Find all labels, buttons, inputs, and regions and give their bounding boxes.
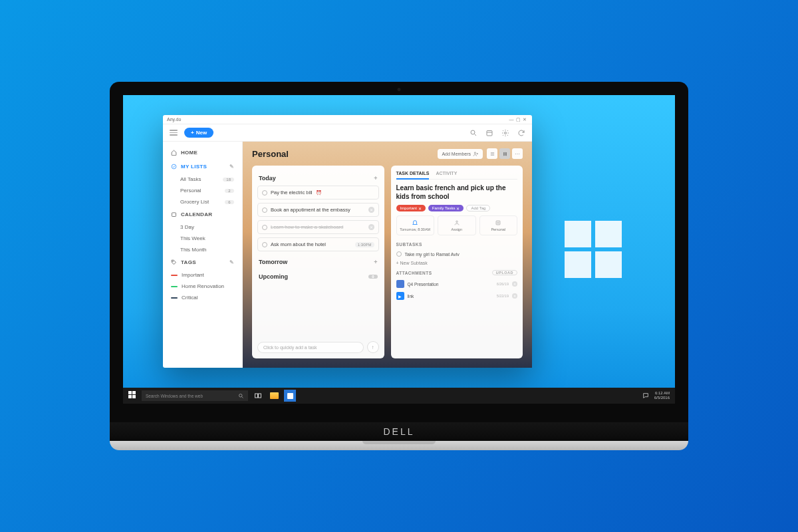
add-tag-button[interactable]: Add Tag: [466, 205, 490, 211]
calendar-small-icon: [171, 211, 177, 217]
window-minimize[interactable]: —: [508, 117, 515, 122]
subtask-checkbox[interactable]: [396, 251, 402, 257]
task-row[interactable]: Book an appotiment at the embassy✕: [257, 203, 379, 217]
laptop-hinge: DELL: [110, 422, 688, 441]
subtasks-heading: SUBTASKS: [396, 242, 518, 247]
sidebar-cal-3day[interactable]: 3 Day: [163, 221, 242, 233]
taskbar-search[interactable]: Search Windows and the web: [142, 390, 248, 401]
add-subtask-button[interactable]: + New Subtask: [396, 259, 518, 267]
list-icon: [495, 219, 501, 226]
hamburger-icon[interactable]: [170, 130, 178, 136]
add-task-icon[interactable]: +: [374, 259, 377, 265]
new-button[interactable]: + New: [184, 128, 213, 138]
sidebar-item-personal[interactable]: Personal2: [163, 185, 242, 196]
remove-icon[interactable]: ✕: [368, 224, 374, 230]
app-window: Any.do — ▢ ✕ + New: [163, 115, 532, 368]
start-button[interactable]: [128, 391, 138, 400]
remove-icon[interactable]: ✕: [512, 293, 517, 299]
plus-icon: +: [191, 130, 194, 136]
group-tomorrow[interactable]: Tomorrow +: [257, 255, 379, 269]
tag-pill-important[interactable]: Important✕: [396, 205, 426, 211]
list-button[interactable]: Personal: [479, 215, 518, 235]
remove-icon[interactable]: ✕: [368, 207, 374, 213]
tag-icon: [171, 259, 177, 265]
settings-icon[interactable]: [501, 129, 509, 137]
group-upcoming[interactable]: Upcoming 0: [257, 269, 379, 284]
task-checkbox[interactable]: [262, 225, 267, 230]
svg-rect-2: [487, 130, 492, 136]
windows-taskbar: Search Windows and the web 6:12 AM 6/5/2…: [123, 388, 675, 404]
pencil-icon[interactable]: ✎: [229, 259, 234, 265]
screen-bezel: Any.do — ▢ ✕ + New: [110, 82, 688, 422]
tag-color-icon: [171, 297, 178, 299]
calendar-icon[interactable]: [485, 129, 493, 137]
task-row[interactable]: Ask mom about the hotel1:30PM: [257, 237, 379, 251]
camera-dot: [398, 88, 401, 91]
sidebar-home[interactable]: HOME: [163, 146, 242, 160]
svg-point-4: [505, 132, 507, 134]
task-detail-panel: TASK DETAILS ACTIVITY Learn basic french…: [391, 166, 523, 358]
svg-rect-16: [496, 221, 500, 225]
taskbar-clock[interactable]: 6:12 AM 6/5/2016: [654, 391, 670, 400]
user-icon: [454, 219, 460, 226]
page-title: Personal: [252, 149, 289, 159]
window-close[interactable]: ✕: [521, 117, 528, 122]
tab-activity[interactable]: ACTIVITY: [436, 171, 457, 176]
content-area: Personal Add Members ⋯: [243, 142, 532, 368]
svg-line-20: [242, 396, 243, 398]
sidebar-item-grocery[interactable]: Grocery List6: [163, 196, 242, 207]
search-icon[interactable]: [469, 129, 477, 137]
sidebar-cal-week[interactable]: This Week: [163, 233, 242, 244]
sidebar-cal-month[interactable]: This Month: [163, 244, 242, 255]
tag-color-icon: [171, 275, 178, 276]
remove-tag-icon[interactable]: ✕: [418, 206, 422, 211]
svg-rect-22: [259, 394, 261, 398]
laptop-mockup: Any.do — ▢ ✕ + New: [110, 82, 688, 450]
task-checkbox[interactable]: [262, 190, 267, 196]
group-today[interactable]: Today +: [257, 171, 379, 186]
tag-pill-family[interactable]: Family Tasks✕: [428, 205, 464, 211]
quick-add-submit[interactable]: ↑: [367, 341, 379, 353]
sync-icon[interactable]: [517, 129, 525, 137]
svg-rect-21: [255, 394, 258, 398]
remind-button[interactable]: Tomorrow, 8:30AM: [396, 215, 435, 235]
task-row[interactable]: Learn how to make a skateboard✕: [257, 220, 379, 234]
tab-task-details[interactable]: TASK DETAILS: [396, 171, 430, 180]
laptop-base: [110, 441, 688, 450]
upload-button[interactable]: UPLOAD: [492, 270, 517, 275]
attachment-row[interactable]: Q4 Presentation 6/26/19 ✕: [396, 278, 518, 290]
laptop-brand: DELL: [383, 426, 414, 437]
add-members-button[interactable]: Add Members: [438, 149, 483, 159]
taskbar-app-store[interactable]: [284, 390, 296, 402]
sidebar-mylists[interactable]: MY LISTS ✎: [163, 160, 242, 174]
notification-icon[interactable]: [642, 392, 649, 399]
attachment-row[interactable]: ▶ link 5/22/19 ✕: [396, 290, 518, 302]
window-maximize[interactable]: ▢: [515, 117, 521, 122]
sidebar-item-alltasks[interactable]: All Tasks18: [163, 174, 242, 185]
sidebar-tag-critical[interactable]: Critical: [163, 292, 242, 303]
view-board-icon[interactable]: [499, 148, 510, 159]
sidebar-calendar[interactable]: CALENDAR: [163, 207, 242, 221]
task-checkbox[interactable]: [262, 242, 267, 247]
view-list-icon[interactable]: [487, 148, 497, 159]
check-circle-icon: [171, 164, 177, 170]
windows-logo: [565, 221, 622, 278]
quick-add-input[interactable]: Click to quickly add a task: [257, 342, 364, 353]
task-view-icon[interactable]: [252, 390, 264, 402]
remove-tag-icon[interactable]: ✕: [456, 206, 460, 211]
pencil-icon[interactable]: ✎: [229, 164, 234, 170]
search-icon: [238, 393, 244, 399]
add-task-icon[interactable]: +: [374, 175, 377, 182]
sidebar-tags[interactable]: TAGS ✎: [163, 255, 242, 269]
sidebar-tag-important[interactable]: Important: [163, 269, 242, 281]
subtask-row[interactable]: Take my girl to Ramat Aviv: [396, 249, 518, 259]
remove-icon[interactable]: ✕: [512, 281, 517, 287]
svg-line-1: [475, 134, 477, 136]
taskbar-app-explorer[interactable]: [268, 390, 280, 402]
sidebar-tag-home[interactable]: Home Renovation: [163, 281, 242, 292]
desktop-screen: Any.do — ▢ ✕ + New: [123, 95, 675, 404]
assign-button[interactable]: Assign: [438, 215, 476, 235]
task-row[interactable]: Pay the electric bill⏰: [257, 186, 379, 200]
more-icon[interactable]: ⋯: [512, 148, 523, 159]
task-checkbox[interactable]: [262, 207, 267, 213]
